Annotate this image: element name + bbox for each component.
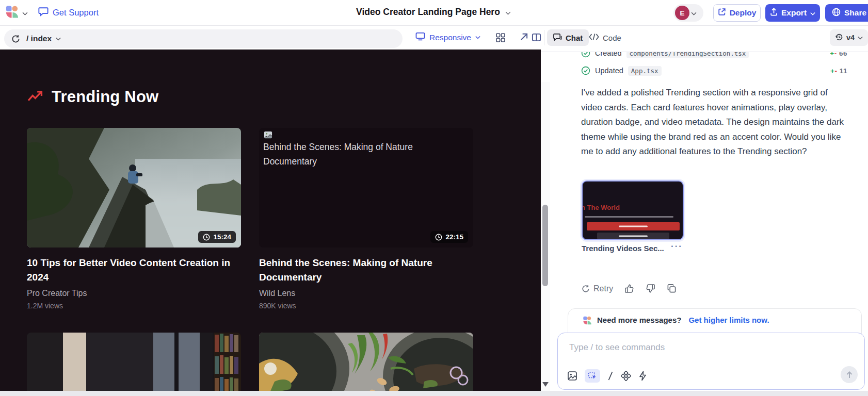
image-alt-text: Behind the Scenes: Making of Nature Docu…	[263, 131, 441, 169]
route-selector[interactable]: / index	[26, 34, 61, 43]
get-higher-limits-link[interactable]: Get higher limits now.	[688, 316, 769, 324]
thumbs-down-icon[interactable]	[646, 284, 655, 293]
site-preview-canvas: Trending Now	[0, 50, 541, 396]
check-circle-icon	[581, 66, 590, 75]
video-card[interactable]: Behind the Scenes: Making of Nature Docu…	[259, 128, 473, 310]
diff-stat: +- 11	[830, 67, 847, 75]
chat-scrollbar	[541, 52, 550, 391]
clock-icon	[435, 234, 442, 241]
toolbar: / index Responsive Chat	[0, 26, 868, 50]
chevron-down-icon	[505, 7, 511, 18]
video-thumbnail-broken: Behind the Scenes: Making of Nature Docu…	[259, 128, 473, 248]
get-support-link[interactable]: Get Support	[38, 7, 99, 19]
attach-image-icon[interactable]	[567, 371, 577, 381]
assistant-message: I've added a polished Trending section w…	[581, 86, 845, 159]
retry-icon	[582, 285, 590, 293]
message-actions: Retry	[582, 284, 677, 293]
chevron-down-icon	[475, 36, 480, 39]
arrow-up-icon	[845, 371, 854, 379]
artifact-secondary-button	[597, 233, 669, 239]
app-logo-icon	[5, 5, 19, 21]
duration-badge: 22:15	[430, 231, 468, 243]
scrollbar-thumb[interactable]	[542, 205, 548, 286]
file-event-row[interactable]: Updated App.tsx +- 11	[581, 63, 864, 78]
tabbar-divider	[541, 52, 868, 52]
banner-text: Need more messages?	[597, 316, 681, 324]
artifact-preview-card[interactable]: h The World	[582, 180, 684, 240]
top-header: Get Support Video Creator Landing Page H…	[0, 0, 868, 26]
app-logo-menu[interactable]	[5, 5, 30, 21]
refresh-icon[interactable]	[11, 35, 20, 43]
video-channel: Pro Creator Tips	[27, 289, 241, 298]
device-mode-selector[interactable]: Responsive	[415, 32, 480, 43]
open-in-new-tab-icon[interactable]	[519, 32, 529, 43]
export-button[interactable]: Export	[765, 4, 820, 22]
split-view-icon[interactable]	[532, 32, 542, 43]
video-title: Behind the Scenes: Making of Nature Docu…	[259, 256, 465, 285]
slash-command-icon[interactable]	[607, 371, 614, 381]
artifact-label[interactable]: Trending Videos Sec...	[582, 244, 664, 253]
scroll-down-arrow[interactable]	[542, 382, 549, 387]
chat-input-box[interactable]	[557, 333, 865, 390]
deploy-button[interactable]: Deploy	[713, 4, 761, 22]
trending-up-icon	[27, 89, 44, 105]
chevron-down-icon	[691, 8, 697, 18]
broken-image-icon	[263, 131, 273, 140]
artifact-subtext-placeholder	[585, 216, 673, 218]
version-history-button[interactable]: v4	[830, 29, 868, 46]
history-icon	[835, 33, 843, 43]
diff-stat: +- 66	[830, 52, 847, 57]
tab-chat[interactable]: Chat	[547, 29, 589, 46]
account-menu[interactable]: E	[673, 4, 703, 22]
url-bar: / index	[4, 29, 403, 48]
video-card[interactable]: 15:24 10 Tips for Better Video Content C…	[27, 128, 241, 310]
video-card-partial[interactable]	[259, 333, 473, 396]
app-window: Get Support Video Creator Landing Page H…	[0, 0, 868, 396]
artifact-more-menu[interactable]: ···	[671, 241, 683, 252]
duration-text: 15:24	[213, 233, 231, 241]
deploy-label: Deploy	[730, 8, 757, 18]
chat-bubble-icon	[38, 7, 49, 19]
chevron-down-icon	[858, 36, 863, 40]
thumbs-up-icon[interactable]	[624, 284, 634, 293]
retry-label: Retry	[593, 284, 613, 293]
video-card-partial[interactable]	[27, 333, 241, 396]
chat-input[interactable]	[569, 342, 791, 353]
toolbar-divider	[544, 30, 544, 45]
document-title-text: Video Creator Landing Page Hero	[356, 7, 500, 18]
send-button[interactable]	[841, 366, 858, 383]
copy-icon[interactable]	[667, 284, 677, 293]
chevron-down-icon	[810, 8, 815, 18]
version-label: v4	[846, 34, 855, 42]
input-toolbar	[567, 369, 647, 383]
retry-button[interactable]: Retry	[582, 284, 613, 293]
video-views: 1.2M views	[27, 302, 241, 310]
code-tab-label: Code	[603, 34, 621, 42]
select-element-tool[interactable]	[585, 369, 600, 383]
get-support-label: Get Support	[53, 8, 99, 18]
components-grid-icon[interactable]	[495, 32, 506, 43]
code-icon	[589, 33, 599, 42]
monitor-icon	[415, 32, 425, 43]
video-thumbnail-photo	[27, 333, 241, 396]
share-button[interactable]: Share	[825, 4, 868, 22]
artifact-primary-button	[587, 222, 680, 230]
document-title[interactable]: Video Creator Landing Page Hero	[310, 7, 557, 18]
upload-icon	[770, 8, 778, 18]
route-path: / index	[26, 34, 52, 43]
check-circle-icon	[581, 52, 590, 58]
globe-icon	[832, 8, 841, 19]
zap-icon[interactable]	[638, 371, 647, 381]
event-file-chip: App.tsx	[628, 66, 662, 76]
chat-tab-icon	[553, 33, 562, 43]
chevron-down-icon	[56, 37, 61, 41]
device-mode-label: Responsive	[429, 33, 471, 42]
video-channel: Wild Lens	[259, 289, 473, 298]
file-event-row[interactable]: Created components/TrendingSection.tsx +…	[581, 52, 864, 61]
event-file-chip: components/TrendingSection.tsx	[626, 52, 749, 58]
trending-section-header: Trending Now	[27, 88, 158, 106]
components-diamond-icon[interactable]	[621, 371, 631, 381]
event-action: Created	[595, 52, 622, 57]
tab-code[interactable]: Code	[585, 29, 625, 46]
section-title: Trending Now	[52, 88, 158, 106]
